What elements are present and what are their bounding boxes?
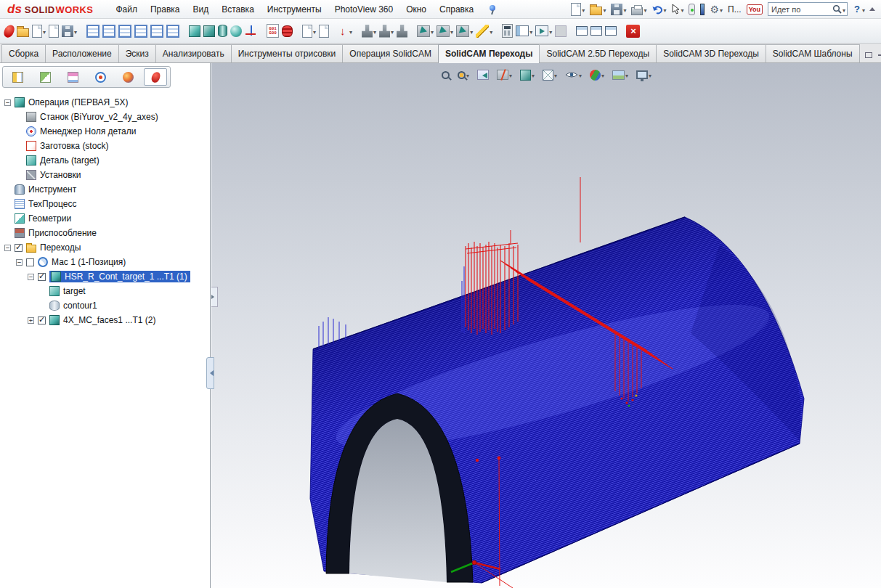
checkbox[interactable] [38, 273, 46, 281]
property-manager-tab[interactable] [33, 68, 57, 86]
dropdown-caret-icon[interactable] [73, 26, 77, 36]
dropdown-caret-icon[interactable] [622, 4, 626, 15]
dropdown-caret-icon[interactable] [312, 26, 316, 36]
dropdown-caret-icon[interactable] [578, 70, 582, 80]
section-view-button[interactable] [495, 67, 513, 83]
tab-render-tools[interactable]: Инструменты отрисовки [231, 44, 344, 62]
dimxpert-manager-tab[interactable] [89, 68, 112, 86]
rebuild-button[interactable] [686, 1, 697, 17]
panel-splitter-handle[interactable] [206, 357, 214, 389]
dropdown-caret-icon[interactable] [625, 70, 628, 80]
tutorials-button[interactable]: You [744, 1, 765, 17]
tool-table-button[interactable] [280, 21, 294, 41]
zoom-area-button[interactable] [456, 67, 471, 83]
pin-menu-icon[interactable] [487, 4, 498, 15]
cam-tree-button-3[interactable] [117, 21, 133, 41]
graphics-area[interactable] [211, 63, 881, 588]
cam-doc-red-button-2[interactable] [317, 21, 330, 41]
tree-item-contour[interactable]: contour1 [0, 298, 210, 313]
collapse-commandmanager-icon[interactable] [878, 54, 881, 56]
tree-item-hsr-target[interactable]: target [0, 284, 210, 298]
panel-flyout-arrow[interactable] [211, 287, 218, 307]
dropdown-caret-icon[interactable] [531, 70, 535, 80]
dropdown-caret-icon[interactable] [601, 70, 604, 80]
dropdown-caret-icon[interactable] [548, 26, 552, 36]
apply-scene-button[interactable] [611, 67, 630, 83]
expand-icon[interactable] [28, 317, 34, 324]
coordinate-system-button[interactable] [243, 21, 259, 41]
configuration-manager-tab[interactable] [61, 68, 84, 86]
tree-item-zero-manager[interactable]: Менеджер Ноля детали [0, 124, 210, 139]
dropdown-caret-icon[interactable] [662, 4, 666, 15]
collapse-icon[interactable] [4, 99, 11, 106]
print-button[interactable] [629, 1, 649, 17]
tab-solidcam-transitions[interactable]: SolidCAM Переходы [438, 44, 540, 63]
cylinder-button[interactable] [216, 21, 229, 41]
tree-item-target[interactable]: Деталь (target) [0, 153, 210, 168]
menu-file[interactable]: Файл [109, 1, 144, 18]
search-input[interactable] [770, 4, 832, 15]
dropdown-caret-icon[interactable] [680, 4, 683, 15]
menu-photoview[interactable]: PhotoView 360 [328, 1, 400, 18]
tree-item-operation[interactable]: Операция (ПЕРВАЯ_5X) [0, 95, 210, 110]
previous-view-button[interactable] [476, 67, 490, 83]
tree-item-transitions[interactable]: Переходы [0, 240, 210, 255]
tree-item-hsr-operation[interactable]: HSR_R_Cont_target_1 ...T1 (1) [0, 269, 210, 284]
dropdown-caret-icon[interactable] [602, 4, 606, 15]
tree-item-mac1[interactable]: Мас 1 (1-Позиция) [0, 255, 210, 269]
dropdown-caret-icon[interactable] [648, 70, 651, 80]
tab-sketch[interactable]: Эскиз [118, 44, 156, 62]
tab-solidcam-templates[interactable]: SolidCAM Шаблоны [766, 44, 860, 62]
cam-tree-button-6[interactable] [165, 21, 181, 41]
tree-item-settings[interactable]: Установки [0, 168, 210, 182]
cam-tree-button-5[interactable] [149, 21, 165, 41]
checkbox[interactable] [26, 258, 34, 266]
simulation-button[interactable] [534, 21, 553, 41]
collapse-icon[interactable] [28, 274, 34, 280]
mill-tool-button-2[interactable] [378, 21, 395, 41]
sphere-button[interactable] [229, 21, 243, 41]
checkbox[interactable] [15, 244, 23, 252]
dropdown-caret-icon[interactable] [581, 4, 585, 15]
options-button[interactable]: ⚙ [707, 1, 725, 17]
dropdown-caret-icon[interactable] [390, 26, 394, 36]
dropdown-caret-icon[interactable] [508, 70, 512, 80]
dropdown-caret-icon[interactable] [42, 26, 46, 36]
search-scope-caret-icon[interactable] [842, 4, 845, 15]
menu-view[interactable]: Вид [186, 1, 215, 18]
collapse-icon[interactable] [4, 245, 11, 251]
display-manager-tab[interactable] [116, 68, 139, 86]
new-document-button[interactable] [569, 1, 587, 17]
machining-button-2[interactable] [435, 21, 455, 41]
menu-edit[interactable]: Правка [144, 1, 187, 18]
view-settings-button[interactable] [635, 67, 653, 83]
view-orientation-button[interactable] [519, 67, 536, 83]
dropdown-caret-icon[interactable] [349, 26, 352, 36]
cam-tree-button-1[interactable] [85, 21, 101, 41]
checkbox[interactable] [38, 317, 46, 324]
tab-evaluate[interactable]: Анализировать [155, 44, 232, 62]
cam-document-button[interactable] [47, 21, 60, 41]
menu-help[interactable]: Справка [433, 1, 480, 18]
dropdown-caret-icon[interactable] [861, 4, 865, 15]
zoom-fit-button[interactable] [440, 67, 451, 83]
target-button[interactable] [202, 21, 216, 41]
dropdown-caret-icon[interactable] [553, 70, 557, 80]
goto-operation-button[interactable] [337, 21, 354, 41]
tree-item-process[interactable]: ТехПроцесс [0, 197, 210, 211]
display-style-button[interactable] [541, 67, 559, 83]
cam-tree-button-4[interactable] [133, 21, 149, 41]
cam-doc-red-button-1[interactable] [301, 21, 317, 41]
undo-button[interactable] [649, 1, 668, 17]
menu-window[interactable]: Окно [399, 1, 433, 18]
select-button[interactable] [669, 1, 686, 17]
window-button-2[interactable] [589, 21, 604, 41]
menu-insert[interactable]: Вставка [215, 1, 261, 18]
hide-show-items-button[interactable] [564, 67, 583, 83]
save-button[interactable] [609, 1, 628, 17]
tab-layout[interactable]: Расположение [45, 44, 119, 62]
tab-solidcam-25d[interactable]: SolidCAM 2.5D Переходы [539, 44, 657, 62]
tree-item-geometries[interactable]: Геометрии [0, 211, 210, 226]
3d-scene[interactable] [211, 63, 881, 588]
mill-tool-button-1[interactable] [360, 21, 378, 41]
